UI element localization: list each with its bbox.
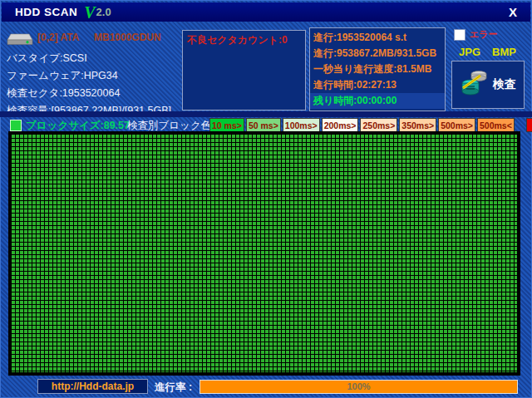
title-bar: HDD SCAN V 2.0 X <box>2 2 530 22</box>
legend-chip: 10 ms> <box>209 118 244 132</box>
scan-button-label: 検査 <box>493 77 516 92</box>
drive-info-list: バスタイプ:SCSI ファームウェア:HPG34 検査セクタ:195352006… <box>7 50 183 120</box>
bad-sector-panel: 不良セクタカウント:0 <box>182 30 306 111</box>
scan-button[interactable]: 検査 <box>451 61 525 109</box>
error-checkbox-label[interactable]: エラー <box>470 28 498 41</box>
app-version-number: 2.0 <box>96 6 111 18</box>
progress-speed: 一秒当り進行速度:81.5MB <box>313 61 445 77</box>
error-checkbox[interactable] <box>454 29 466 41</box>
progress-remaining-time: 残り時間:00:00:00 <box>310 93 445 109</box>
close-button[interactable]: X <box>504 2 522 22</box>
scan-block-grid <box>8 131 520 376</box>
legend-chip: 200ms> <box>322 118 359 132</box>
bad-sector-count: 不良セクタカウント:0 <box>187 33 301 47</box>
legend-chip: 50 ms> <box>246 118 281 132</box>
section-divider <box>0 111 532 117</box>
legend-chip: 500ms< <box>477 118 515 132</box>
hdd-drive-icon <box>7 30 33 50</box>
drive-bus-type: バスタイプ:SCSI <box>7 50 183 67</box>
disk-stack-icon <box>460 67 490 102</box>
app-title: HDD SCAN <box>15 6 77 18</box>
save-bmp-button[interactable]: BMP <box>492 46 516 58</box>
drive-firmware: ファームウェア:HPG34 <box>7 67 183 85</box>
app-version-v: V <box>84 4 95 21</box>
drive-sectors: 検査セクタ:1953520064 <box>7 85 183 102</box>
save-jpg-button[interactable]: JPG <box>459 46 480 58</box>
legend-chip: BAD <box>526 118 532 132</box>
hdd-scan-window: HDD SCAN V 2.0 X [0,2] ATA MB1000GDUN バス… <box>0 0 532 398</box>
website-link[interactable]: http://Hdd-data.jp <box>37 379 148 394</box>
legend-chip: 500ms> <box>438 118 475 132</box>
legend-chip: 250ms> <box>360 118 397 132</box>
progress-elapsed-time: 進行時間:02:27:13 <box>313 77 445 93</box>
current-block-swatch <box>10 120 22 131</box>
progress-capacity: 進行:953867.2MB/931.5GB <box>313 46 445 61</box>
legend-chip: 350ms> <box>399 118 436 132</box>
progress-rate-label: 進行率 : <box>155 381 192 395</box>
progress-bar: 100% <box>200 380 518 394</box>
legend-chips: 10 ms>50 ms>100ms>200ms>250ms>350ms>500m… <box>209 118 532 132</box>
progress-sectors: 進行:1953520064 s.t <box>313 30 445 46</box>
progress-stats-panel: 進行:1953520064 s.t 進行:953867.2MB/931.5GB … <box>309 27 446 111</box>
legend-chip: 100ms> <box>283 118 320 132</box>
drive-selector-id[interactable]: [0,2] ATA <box>37 32 79 43</box>
drive-selector-model[interactable]: MB1000GDUN <box>94 32 180 43</box>
